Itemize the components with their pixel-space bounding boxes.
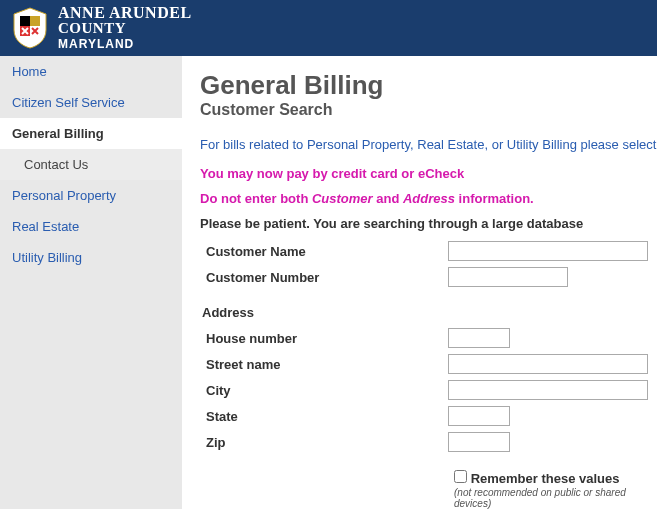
input-zip[interactable]: [448, 432, 510, 452]
app-header: ANNE ARUNDEL COUNTY MARYLAND: [0, 0, 657, 56]
county-seal-icon: [10, 6, 50, 50]
sidebar-item-utility-billing[interactable]: Utility Billing: [0, 242, 182, 273]
warn2-c: and: [373, 191, 403, 206]
label-customer-name: Customer Name: [200, 244, 448, 259]
sidebar-item-real-estate[interactable]: Real Estate: [0, 211, 182, 242]
sidebar-item-contact-us[interactable]: Contact Us: [0, 149, 182, 180]
sidebar-item-citizen-self-service[interactable]: Citizen Self Service: [0, 87, 182, 118]
input-house-number[interactable]: [448, 328, 510, 348]
sidebar-item-home[interactable]: Home: [0, 56, 182, 87]
page-title: General Billing: [200, 70, 657, 101]
input-state[interactable]: [448, 406, 510, 426]
warn2-e: information.: [455, 191, 534, 206]
sidebar: Home Citizen Self Service General Billin…: [0, 56, 182, 509]
header-text: ANNE ARUNDEL COUNTY MARYLAND: [58, 5, 192, 52]
remember-hint: (not recommended on public or shared dev…: [454, 487, 657, 509]
label-customer-number: Customer Number: [200, 270, 448, 285]
sidebar-item-personal-property[interactable]: Personal Property: [0, 180, 182, 211]
warn2-b: Customer: [312, 191, 373, 206]
warn-entry-rule: Do not enter both Customer and Address i…: [200, 191, 657, 206]
label-zip: Zip: [200, 435, 448, 450]
address-header: Address: [202, 305, 657, 320]
header-line1: ANNE ARUNDEL: [58, 5, 192, 22]
header-line2: COUNTY: [58, 21, 192, 37]
input-customer-name[interactable]: [448, 241, 648, 261]
label-street-name: Street name: [200, 357, 448, 372]
patience-note: Please be patient. You are searching thr…: [200, 216, 657, 231]
label-house-number: House number: [200, 331, 448, 346]
main-content: General Billing Customer Search For bill…: [182, 56, 657, 509]
svg-rect-0: [20, 16, 30, 26]
input-city[interactable]: [448, 380, 648, 400]
input-street-name[interactable]: [448, 354, 648, 374]
checkbox-remember[interactable]: [454, 470, 467, 483]
svg-rect-1: [30, 16, 40, 26]
label-city: City: [200, 383, 448, 398]
page-subtitle: Customer Search: [200, 101, 657, 119]
warn-pay-methods: You may now pay by credit card or eCheck: [200, 166, 657, 181]
warn2-d: Address: [403, 191, 455, 206]
sidebar-item-general-billing[interactable]: General Billing: [0, 118, 182, 149]
label-remember[interactable]: Remember these values: [471, 471, 620, 486]
warn2-a: Do not enter both: [200, 191, 312, 206]
info-line: For bills related to Personal Property, …: [200, 137, 657, 152]
input-customer-number[interactable]: [448, 267, 568, 287]
label-state: State: [200, 409, 448, 424]
header-line3: MARYLAND: [58, 37, 192, 51]
